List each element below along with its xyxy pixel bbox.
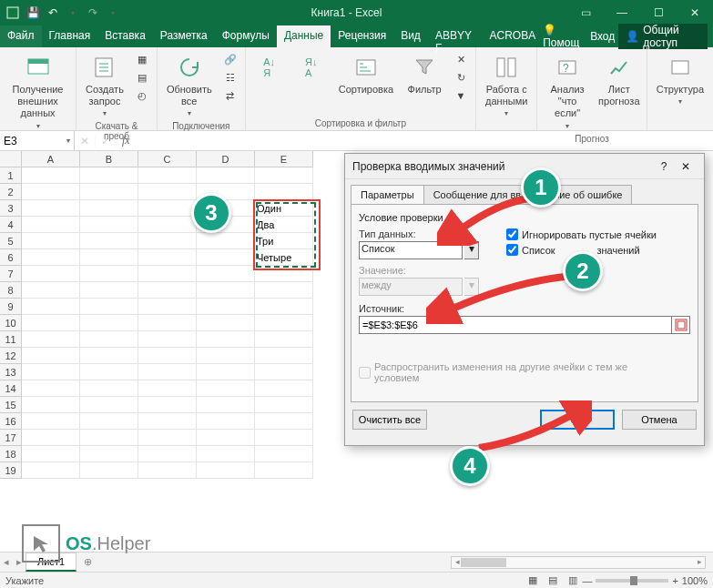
undo-dd-icon[interactable]: ▾ [66, 5, 80, 20]
row-header[interactable]: 13 [0, 364, 22, 380]
cell[interactable] [138, 446, 197, 462]
row-header[interactable]: 11 [0, 331, 22, 348]
dialog-help-button[interactable]: ? [653, 160, 675, 173]
close-button[interactable]: ✕ [677, 0, 713, 25]
undo-icon[interactable]: ↶ [46, 5, 60, 20]
cell[interactable] [138, 184, 197, 200]
row-header[interactable]: 18 [0, 446, 22, 462]
cell[interactable] [22, 413, 80, 430]
forecast-sheet-button[interactable]: Лист прогноза [597, 51, 641, 109]
filter-button[interactable]: Фильтр [402, 51, 446, 97]
cell[interactable] [22, 331, 80, 348]
maximize-button[interactable]: ☐ [640, 0, 677, 25]
cancel-button[interactable]: Отмена [622, 410, 697, 430]
fx-icon[interactable]: fx [117, 134, 136, 147]
dialog-tab-settings[interactable]: Параметры [351, 185, 424, 204]
zoom-out-button[interactable]: — [582, 575, 592, 586]
name-box[interactable]: E3 ▾ [0, 131, 75, 150]
tab-data[interactable]: Данные [277, 25, 331, 47]
save-icon[interactable]: 💾 [25, 5, 40, 20]
row-header[interactable]: 4 [0, 217, 22, 233]
reapply-button[interactable]: ↻ [452, 69, 470, 86]
cell[interactable] [197, 167, 255, 184]
cell[interactable] [80, 315, 138, 331]
cell[interactable] [22, 233, 80, 249]
cell[interactable] [80, 266, 138, 282]
cell[interactable] [80, 348, 138, 364]
row-header[interactable]: 12 [0, 348, 22, 364]
cell[interactable] [138, 380, 197, 397]
cell[interactable] [80, 282, 138, 299]
row-header[interactable]: 9 [0, 299, 22, 315]
tab-view[interactable]: Вид [393, 25, 428, 47]
row-header[interactable]: 2 [0, 184, 22, 200]
minimize-button[interactable]: — [604, 0, 640, 25]
tab-file[interactable]: Файл [0, 25, 42, 47]
cell[interactable] [255, 348, 313, 364]
row-header[interactable]: 1 [0, 167, 22, 184]
sort-asc-button[interactable]: A↓Я [251, 51, 288, 84]
cell[interactable] [197, 233, 255, 249]
cell[interactable] [22, 397, 80, 413]
dialog-close-button[interactable]: ✕ [675, 160, 697, 173]
cell[interactable] [80, 397, 138, 413]
advanced-filter-button[interactable]: ▼ [452, 87, 470, 104]
clear-all-button[interactable]: Очистить все [352, 410, 427, 430]
what-if-button[interactable]: ? Анализ "что если" ▾ [543, 51, 591, 132]
page-break-view-button[interactable]: ▥ [564, 574, 582, 587]
cell[interactable] [197, 348, 255, 364]
tab-review[interactable]: Рецензия [331, 25, 393, 47]
data-tools-button[interactable]: Работа с данными ▾ [482, 51, 531, 119]
row-header[interactable]: 10 [0, 315, 22, 331]
sheet-nav-prev-icon[interactable]: ◂ [0, 556, 13, 568]
cell[interactable] [255, 430, 313, 446]
zoom-in-button[interactable]: + [672, 575, 677, 586]
cell[interactable] [197, 299, 255, 315]
cell[interactable]: Два [255, 217, 313, 233]
cell[interactable] [138, 430, 197, 446]
cell[interactable] [138, 282, 197, 299]
cell[interactable] [80, 249, 138, 266]
cell[interactable] [138, 397, 197, 413]
cell[interactable] [138, 233, 197, 249]
tab-insert[interactable]: Вставка [97, 25, 153, 47]
refresh-all-button[interactable]: Обновить все ▾ [163, 51, 216, 119]
from-table-button[interactable]: ▤ [133, 69, 151, 86]
cancel-formula-icon[interactable]: ✕ [75, 135, 96, 147]
cell[interactable] [197, 462, 255, 479]
normal-view-button[interactable]: ▦ [524, 574, 542, 587]
share-button[interactable]: 👤 Общий доступ [618, 24, 708, 49]
cell[interactable] [80, 233, 138, 249]
row-header[interactable]: 5 [0, 233, 22, 249]
cell[interactable] [22, 282, 80, 299]
cell[interactable] [255, 266, 313, 282]
cell[interactable] [197, 413, 255, 430]
cell[interactable] [80, 430, 138, 446]
cell[interactable] [22, 299, 80, 315]
row-header[interactable]: 19 [0, 462, 22, 479]
cell[interactable] [197, 266, 255, 282]
cell[interactable] [255, 184, 313, 200]
cell[interactable] [80, 462, 138, 479]
clear-filter-button[interactable]: ✕ [452, 51, 470, 67]
cell[interactable] [80, 217, 138, 233]
redo-icon[interactable]: ↷ [86, 5, 100, 20]
cell[interactable] [22, 315, 80, 331]
cell[interactable] [80, 446, 138, 462]
ribbon-display-icon[interactable]: ▭ [567, 0, 604, 25]
cell[interactable] [255, 167, 313, 184]
cell[interactable] [197, 446, 255, 462]
qat-customize-icon[interactable]: ▾ [106, 5, 120, 20]
tab-formulas[interactable]: Формулы [215, 25, 277, 47]
cell[interactable] [22, 200, 80, 217]
cell[interactable] [255, 282, 313, 299]
cell[interactable] [22, 446, 80, 462]
cell[interactable] [80, 200, 138, 217]
cell[interactable] [255, 380, 313, 397]
cell[interactable] [255, 331, 313, 348]
cell[interactable] [138, 217, 197, 233]
cell[interactable] [22, 266, 80, 282]
tab-acrobat[interactable]: ACROBA [482, 25, 543, 47]
cell[interactable] [22, 380, 80, 397]
edit-links-button[interactable]: ⇄ [221, 87, 239, 104]
